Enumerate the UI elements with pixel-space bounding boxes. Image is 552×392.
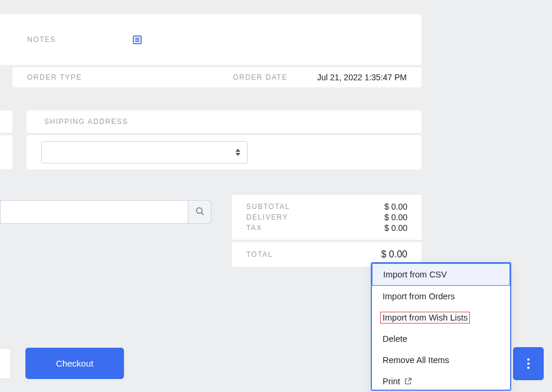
checkout-button[interactable]: Checkout <box>25 348 124 379</box>
external-link-icon <box>404 377 412 386</box>
tax-label: TAX <box>246 224 262 232</box>
total-value: $ 0.00 <box>381 249 407 260</box>
order-type-label: ORDER TYPE <box>27 73 82 81</box>
search-button[interactable] <box>188 200 211 224</box>
order-date-label: ORDER DATE <box>233 73 288 81</box>
search-wrap <box>0 200 211 224</box>
summary-row-subtotal: SUBTOTAL $ 0.00 <box>246 202 407 211</box>
total-label: TOTAL <box>246 250 273 259</box>
more-actions-button[interactable] <box>513 347 544 380</box>
menu-item-import-orders[interactable]: Import from Orders <box>372 286 510 307</box>
order-info-bar: ORDER TYPE ORDER DATE Jul 21, 2022 1:35:… <box>12 67 422 87</box>
subtotal-label: SUBTOTAL <box>246 202 290 211</box>
search-icon <box>195 207 204 217</box>
address-select[interactable] <box>42 142 247 163</box>
summary-row-tax: TAX $ 0.00 <box>246 223 407 233</box>
delivery-value: $ 0.00 <box>384 213 407 222</box>
left-fragment-card-1 <box>0 110 12 133</box>
summary-top: SUBTOTAL $ 0.00 DELIVERY $ 0.00 TAX $ 0.… <box>232 195 422 240</box>
left-button-fragment[interactable] <box>0 348 11 379</box>
svg-line-6 <box>408 378 411 381</box>
checkout-button-label: Checkout <box>56 358 93 368</box>
subtotal-value: $ 0.00 <box>384 202 407 211</box>
menu-item-remove-all[interactable]: Remove All Items <box>372 349 510 371</box>
menu-item-label: Import from Wish Lists <box>380 312 470 324</box>
search-input[interactable] <box>0 200 188 224</box>
svg-line-5 <box>201 213 204 215</box>
order-date-value: Jul 21, 2022 1:35:47 PM <box>317 73 407 82</box>
menu-item-label: Import from Orders <box>383 292 455 301</box>
kebab-icon <box>527 358 530 369</box>
actions-menu: Import from CSV Import from Orders Impor… <box>371 262 511 391</box>
menu-item-label: Remove All Items <box>383 355 449 365</box>
address-select-card <box>27 135 422 169</box>
shipping-address-card: SHIPPING ADDRESS <box>27 110 422 133</box>
notes-card: NOTES <box>0 14 422 65</box>
menu-item-label: Delete <box>383 334 407 344</box>
notes-label: NOTES <box>27 35 56 44</box>
menu-item-print[interactable]: Print <box>372 371 510 390</box>
menu-item-import-wishlists[interactable]: Import from Wish Lists <box>372 307 510 328</box>
menu-item-import-csv[interactable]: Import from CSV <box>372 263 510 286</box>
order-summary: SUBTOTAL $ 0.00 DELIVERY $ 0.00 TAX $ 0.… <box>232 195 422 267</box>
shipping-address-label: SHIPPING ADDRESS <box>44 117 128 126</box>
menu-item-delete[interactable]: Delete <box>372 328 510 349</box>
svg-point-4 <box>196 208 201 213</box>
menu-item-label: Import from CSV <box>383 270 447 279</box>
address-select-wrap <box>41 141 248 164</box>
notes-icon[interactable] <box>133 35 142 44</box>
tax-value: $ 0.00 <box>384 223 407 233</box>
delivery-label: DELIVERY <box>246 213 288 221</box>
summary-row-delivery: DELIVERY $ 0.00 <box>246 213 407 222</box>
menu-item-label: Print <box>383 377 400 386</box>
left-fragment-card-2 <box>0 135 12 169</box>
